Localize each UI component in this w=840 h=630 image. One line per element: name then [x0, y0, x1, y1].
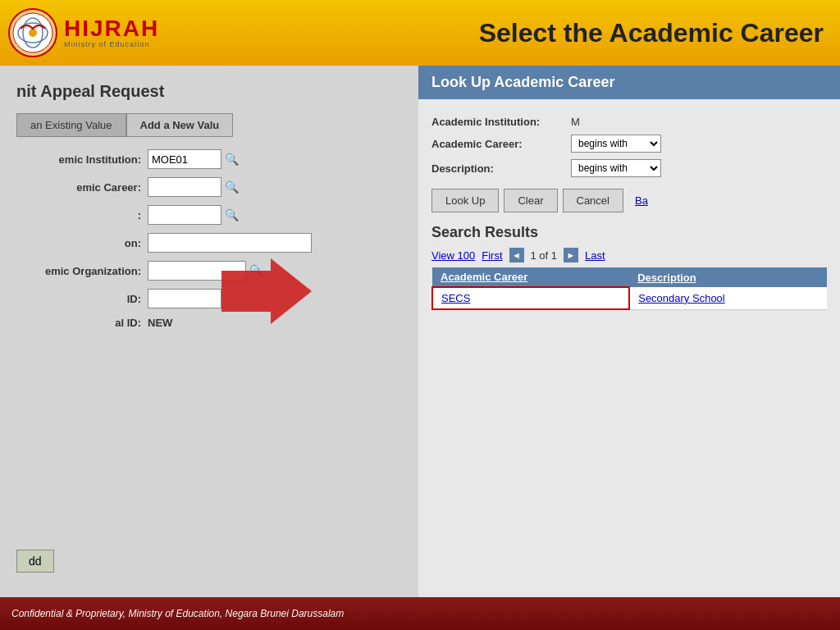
results-nav: View 100 First ◄ 1 of 1 ► Last	[431, 248, 827, 262]
career-input-wrap: 🔍	[148, 177, 239, 197]
institution-search-icon[interactable]: 🔍	[225, 153, 239, 166]
footer-text: Confidential & Proprietary, Ministry of …	[11, 608, 344, 619]
page-count: 1 of 1	[531, 249, 558, 262]
id-label: ID:	[16, 293, 148, 305]
secs-link[interactable]: SECS	[441, 292, 470, 304]
tab-add-new-value[interactable]: Add a New Valu	[126, 113, 234, 137]
lookup-buttons: Look Up Clear Cancel Ba	[431, 189, 827, 212]
col-career-link[interactable]: Academic Career	[441, 271, 527, 283]
cancel-button[interactable]: Cancel	[563, 189, 623, 212]
col-description-link[interactable]: Description	[637, 272, 696, 284]
field4-row: on:	[16, 233, 410, 253]
lookup-description-label: Description:	[431, 162, 571, 175]
left-panel: nit Appeal Request an Existing Value Add…	[0, 66, 418, 597]
field4-input[interactable]	[148, 233, 312, 253]
field3-search-icon[interactable]: 🔍	[225, 208, 239, 221]
view100-link[interactable]: View 100	[431, 249, 475, 262]
institution-input-wrap: 🔍	[148, 149, 239, 169]
lookup-description-row: Description: begins with	[431, 159, 827, 177]
main-content: nit Appeal Request an Existing Value Add…	[0, 66, 840, 597]
org-input-wrap: 🔍	[148, 261, 263, 281]
logo-subtitle: Ministry of Education	[64, 40, 159, 48]
institution-row: emic Institution: 🔍	[16, 149, 410, 169]
lookup-dialog-body: Academic Institution: M Academic Career:…	[418, 109, 840, 317]
search-results-title: Search Results	[431, 224, 827, 241]
lookup-description-select[interactable]: begins with	[571, 159, 661, 177]
secs-cell: SECS	[432, 287, 629, 309]
org-search-icon[interactable]: 🔍	[249, 264, 263, 277]
lookup-institution-value: M	[571, 116, 580, 128]
logo-text: HIJRAH Ministry of Education	[64, 17, 159, 48]
logo-name: HIJRAH	[64, 17, 159, 40]
institution-input[interactable]	[148, 149, 221, 169]
prev-button[interactable]: ◄	[509, 248, 524, 262]
field3-input[interactable]	[148, 205, 221, 225]
col-description: Description	[629, 267, 827, 287]
field3-input-wrap: 🔍	[148, 205, 239, 225]
tab-existing-value[interactable]: an Existing Value	[16, 113, 126, 137]
institution-label: emic Institution:	[16, 153, 148, 166]
table-row: SECS Secondary School	[432, 287, 827, 309]
lookup-career-select[interactable]: begins with	[571, 135, 661, 153]
org-row: emic Organization: 🔍	[16, 261, 410, 281]
lookup-career-row: Academic Career: begins with	[431, 135, 827, 153]
org-label: emic Organization:	[16, 265, 148, 277]
lookup-institution-label: Academic Institution:	[431, 116, 571, 128]
next-button[interactable]: ►	[564, 248, 578, 262]
tabs-area: an Existing Value Add a New Valu	[16, 113, 410, 137]
first-link[interactable]: First	[482, 249, 502, 262]
field3-label: :	[16, 209, 148, 221]
external-id-label: al ID:	[16, 317, 148, 329]
external-id-value: NEW	[148, 317, 172, 329]
id-row: ID:	[16, 289, 410, 308]
career-row: emic Career: 🔍	[16, 177, 410, 197]
footer: Confidential & Proprietary, Ministry of …	[0, 597, 840, 630]
form-title: nit Appeal Request	[16, 82, 410, 101]
logo	[8, 8, 57, 57]
external-id-row: al ID: NEW	[16, 317, 410, 329]
description-cell: Secondary School	[629, 287, 827, 309]
lookup-button[interactable]: Look Up	[431, 189, 499, 212]
logo-area: HIJRAH Ministry of Education	[0, 8, 159, 57]
col-career: Academic Career	[432, 267, 629, 287]
lookup-dialog-title: Look Up Academic Career	[418, 66, 840, 99]
add-button[interactable]: dd	[16, 550, 54, 573]
last-link[interactable]: Last	[585, 249, 605, 262]
header: HIJRAH Ministry of Education Select the …	[0, 0, 840, 66]
clear-button[interactable]: Clear	[504, 189, 557, 212]
external-id-value-wrap: NEW	[148, 317, 172, 329]
id-input[interactable]	[148, 289, 221, 308]
lookup-dialog: Look Up Academic Career Academic Institu…	[418, 66, 840, 597]
lookup-institution-row: Academic Institution: M	[431, 116, 827, 128]
field4-label: on:	[16, 237, 148, 249]
field3-row: : 🔍	[16, 205, 410, 225]
org-input[interactable]	[148, 261, 246, 281]
basic-link[interactable]: Ba	[628, 189, 655, 212]
page-title: Select the Academic Career	[479, 18, 824, 48]
career-input[interactable]	[148, 177, 221, 197]
field4-input-wrap	[148, 233, 312, 253]
description-link[interactable]: Secondary School	[638, 292, 725, 304]
career-label: emic Career:	[16, 181, 148, 194]
results-table: Academic Career Description SECS Seconda	[431, 267, 827, 310]
lookup-career-label: Academic Career:	[431, 138, 571, 150]
id-input-wrap	[148, 289, 221, 308]
career-search-icon[interactable]: 🔍	[225, 180, 239, 194]
